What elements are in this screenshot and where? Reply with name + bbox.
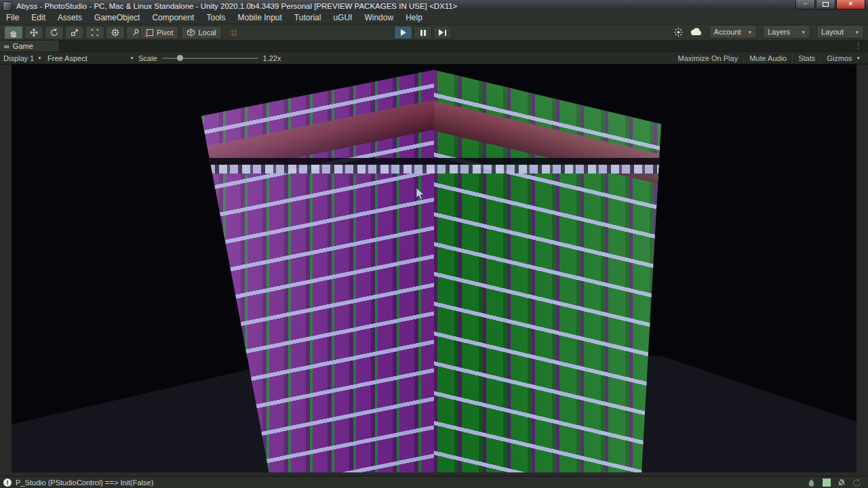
transform-tools	[4, 26, 145, 39]
activity-indicator	[823, 479, 831, 487]
collab-status-icon[interactable]	[807, 479, 816, 487]
gizmos-dropdown[interactable]: Gizmos ▼	[821, 52, 866, 64]
display-dropdown[interactable]: Display 1 ▼	[3, 52, 42, 64]
window-title-bar: Abyss - PhotoStudio - PC, Mac & Linux St…	[0, 0, 868, 12]
chevron-down-icon: ▼	[855, 30, 859, 35]
hand-icon	[8, 28, 19, 37]
menu-bar: File Edit Assets GameObject Component To…	[0, 12, 868, 24]
cloud-services-icon[interactable]	[690, 27, 703, 37]
playmode-controls	[394, 26, 452, 39]
game-view-toggles: Maximize On Play Mute Audio Stats Gizmos…	[673, 52, 866, 64]
scale-label: Scale	[138, 54, 157, 62]
game-view-toolbar: Display 1 ▼ Free Aspect ▼ Scale 1.22x Ma…	[0, 52, 868, 64]
menu-ugui[interactable]: uGUI	[327, 12, 358, 24]
game-view-panel	[0, 64, 868, 476]
layout-label: Layout	[821, 28, 844, 36]
aspect-dropdown[interactable]: Free Aspect ▼	[47, 52, 134, 64]
grid-snap-icon	[229, 28, 239, 37]
transform-icon	[110, 28, 121, 37]
account-dropdown[interactable]: Account ▼	[709, 25, 757, 39]
scale-slider-track	[162, 58, 258, 59]
play-icon	[401, 29, 406, 36]
pivot-label: Pivot	[157, 28, 173, 37]
eye-level-gap	[12, 158, 856, 165]
eye-level-cube-bottoms	[12, 165, 856, 174]
main-toolbar: Pivot Local Account ▼ Layers ▼ Layout ▼	[0, 24, 868, 41]
pause-button[interactable]	[414, 26, 432, 39]
local-toggle-button[interactable]: Local	[181, 26, 221, 39]
app-icon	[3, 1, 12, 11]
aspect-label: Free Aspect	[47, 54, 87, 62]
move-icon	[28, 28, 39, 37]
menu-file[interactable]: File	[0, 12, 25, 24]
window-controls: – ×	[795, 0, 865, 9]
scale-slider[interactable]	[162, 52, 258, 64]
menu-edit[interactable]: Edit	[25, 12, 52, 24]
toolbar-right-group: Account ▼ Layers ▼ Layout ▼	[673, 26, 864, 38]
play-button[interactable]	[394, 26, 412, 39]
local-label: Local	[198, 28, 216, 37]
display-label: Display 1	[3, 54, 34, 62]
scale-value: 1.22x	[263, 54, 281, 62]
menu-assets[interactable]: Assets	[52, 12, 88, 24]
scale-control: Scale 1.22x	[138, 52, 281, 64]
status-bar: ! P_Studio (PStudioControl) ==> Init(Fal…	[0, 476, 868, 488]
step-icon	[439, 29, 443, 36]
menu-help[interactable]: Help	[399, 12, 429, 24]
menu-window[interactable]: Window	[358, 12, 399, 24]
layers-dropdown[interactable]: Layers ▼	[763, 25, 810, 39]
minimize-button[interactable]: –	[795, 0, 815, 9]
game-tab-label: Game	[13, 42, 33, 50]
menu-tools[interactable]: Tools	[200, 12, 231, 24]
pivot-toggle-button[interactable]: Pivot	[140, 26, 178, 39]
status-message[interactable]: P_Studio (PStudioControl) ==> Init(False…	[16, 479, 153, 487]
maximize-button[interactable]	[816, 0, 835, 9]
menu-tutorial[interactable]: Tutorial	[288, 12, 328, 24]
view-tab-strip: ∞ Game ⋮	[0, 41, 868, 52]
maximize-on-play-toggle[interactable]: Maximize On Play	[673, 52, 744, 64]
chevron-down-icon: ▼	[856, 56, 861, 60]
log-info-icon[interactable]: !	[3, 479, 12, 487]
chevron-down-icon: ▼	[748, 30, 752, 35]
stats-toggle[interactable]: Stats	[792, 52, 821, 64]
gizmos-label: Gizmos	[827, 54, 852, 62]
maximize-icon	[823, 2, 829, 7]
hand-tool-button[interactable]	[4, 26, 23, 39]
status-right-icons	[807, 476, 861, 488]
notification-bell-icon[interactable]	[837, 479, 846, 487]
chevron-down-icon: ▼	[130, 56, 134, 60]
menu-mobile-input[interactable]: Mobile Input	[231, 12, 288, 24]
rotate-icon	[49, 28, 60, 37]
mute-audio-toggle[interactable]: Mute Audio	[743, 52, 792, 64]
rect-icon	[90, 28, 100, 37]
window-title: Abyss - PhotoStudio - PC, Mac & Linux St…	[16, 2, 457, 10]
transform-tool-button[interactable]	[106, 26, 125, 39]
menu-gameobject[interactable]: GameObject	[88, 12, 146, 24]
rotate-tool-button[interactable]	[45, 26, 64, 39]
local-cube-icon	[186, 28, 195, 37]
refresh-icon[interactable]	[852, 479, 861, 487]
tab-overflow-menu-icon[interactable]: ⋮	[854, 41, 862, 50]
mouse-cursor-icon	[416, 188, 428, 202]
account-label: Account	[714, 28, 741, 36]
chevron-down-icon: ▼	[802, 30, 806, 35]
scale-tool-button[interactable]	[65, 26, 84, 39]
chevron-down-icon: ▼	[37, 56, 41, 60]
close-button[interactable]: ×	[836, 0, 865, 9]
pivot-local-group: Pivot Local	[140, 26, 243, 39]
pivot-icon	[145, 28, 154, 37]
layout-dropdown[interactable]: Layout ▼	[816, 25, 864, 39]
scale-icon	[69, 28, 80, 37]
menu-component[interactable]: Component	[146, 12, 200, 24]
scale-slider-thumb[interactable]	[177, 55, 183, 61]
move-tool-button[interactable]	[24, 26, 43, 39]
game-view-icon: ∞	[4, 43, 9, 49]
step-button[interactable]	[433, 26, 452, 39]
layers-label: Layers	[768, 28, 790, 36]
pause-icon	[420, 30, 426, 36]
tab-game[interactable]: ∞ Game	[0, 41, 60, 52]
grid-snap-button[interactable]	[224, 26, 243, 39]
collab-icon[interactable]	[673, 27, 684, 37]
rect-tool-button[interactable]	[85, 26, 104, 39]
game-viewport[interactable]	[12, 64, 856, 472]
